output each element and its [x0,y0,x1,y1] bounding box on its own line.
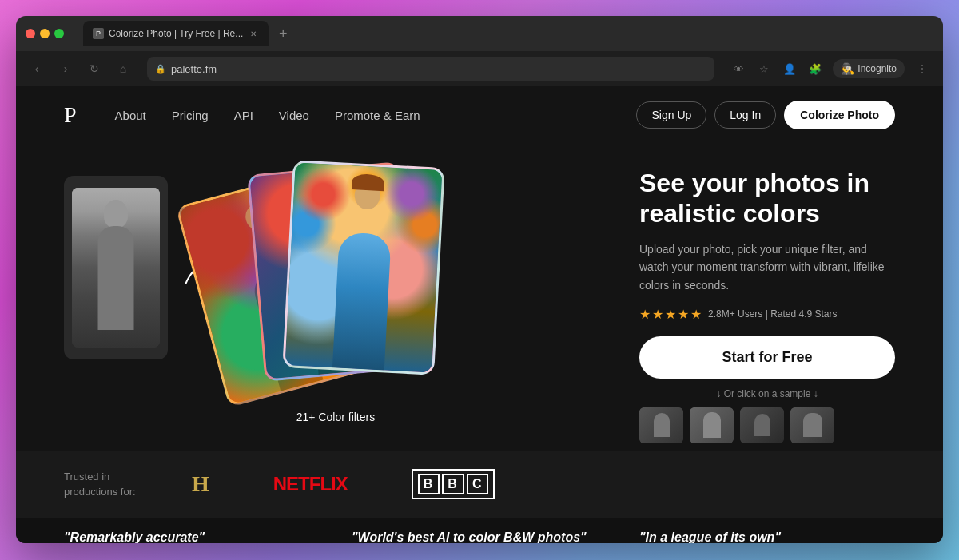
history-channel-logo: H [192,471,209,497]
hero-images: 21+ Color filters [64,160,607,415]
sample-image-2[interactable] [690,407,734,443]
nav-about[interactable]: About [115,109,146,122]
browser-tabs: P Colorize Photo | Try Free | Re... ✕ + [83,16,294,51]
browser-titlebar: P Colorize Photo | Try Free | Re... ✕ + [16,16,943,51]
trusted-text: Trusted inproductions for: [64,469,144,500]
new-tab-button[interactable]: + [272,22,294,45]
refresh-button[interactable]: ↻ [83,58,105,80]
netflix-logo: NETFLIX [273,473,348,495]
incognito-label: Incognito [858,63,897,74]
bbc-logo: B B C [412,469,495,499]
sample-image-4[interactable] [790,407,834,443]
bbc-b2: B [442,474,464,494]
sample-image-1[interactable] [639,407,683,443]
trusted-section: Trusted inproductions for: H NETFLIX B B… [16,451,943,518]
hero-section: 21+ Color filters See your photos in rea… [16,144,943,451]
rating-text: 2.8M+ Users | Rated 4.9 Stars [708,308,838,320]
sample-image-3[interactable] [740,407,784,443]
star-rating: ★★★★★ 2.8M+ Users | Rated 4.9 Stars [639,307,895,322]
address-bar[interactable]: 🔒 palette.fm [147,57,714,81]
more-options-button[interactable]: ⋮ [911,58,933,80]
maximize-button[interactable] [54,29,64,38]
back-button[interactable]: ‹ [26,58,48,80]
minimize-button[interactable] [40,29,50,38]
tab-title: Colorize Photo | Try Free | Re... [109,28,243,39]
bbc-c: C [467,474,489,494]
colorize-photo-button[interactable]: Colorize Photo [784,101,895,129]
nav-pricing[interactable]: Pricing [172,109,209,122]
nav-video[interactable]: Video [279,109,309,122]
hero-subtext: Upload your photo, pick your unique filt… [639,240,895,294]
tab-close-icon[interactable]: ✕ [248,28,259,39]
hero-heading: See your photos in realistic colors [639,168,895,229]
filters-label: 21+ Color filters [200,411,472,423]
incognito-badge: 🕵️ Incognito [833,59,905,78]
start-free-button[interactable]: Start for Free [639,336,895,379]
site-logo[interactable]: P [64,102,77,128]
bookmark-icon[interactable]: ☆ [753,58,775,80]
login-button[interactable]: Log In [714,101,776,129]
sample-label: ↓ Or click on a sample ↓ [639,388,895,399]
eye-off-icon: 👁 [727,58,750,80]
bbc-b1: B [418,474,440,494]
signup-button[interactable]: Sign Up [636,101,706,129]
quotes-section: "Remarkably accurate" "World's best AI t… [16,518,943,543]
active-tab[interactable]: P Colorize Photo | Try Free | Re... ✕ [83,21,269,46]
url-display: palette.fm [171,63,217,75]
color-card-main [282,160,444,375]
brand-logos: H NETFLIX B B C [192,469,495,499]
nav-links: About Pricing API Video Promote & Earn [115,109,637,122]
home-button[interactable]: ⌂ [112,58,134,80]
site-navigation: P About Pricing API Video Promote & Earn… [16,86,943,144]
quote-2: "World's best AI to color B&W photos" [352,530,607,543]
stars: ★★★★★ [639,307,703,322]
browser-window: P Colorize Photo | Try Free | Re... ✕ + … [16,16,943,543]
close-button[interactable] [26,29,35,38]
hero-text: See your photos in realistic colors Uplo… [639,160,895,443]
card-image-main [285,162,442,372]
bw-photo [72,188,160,348]
nav-promote[interactable]: Promote & Earn [335,109,420,122]
toolbar-icons: 👁 ☆ 👤 🧩 [727,58,826,80]
trusted-label: Trusted inproductions for: [64,471,136,498]
tab-favicon: P [93,28,104,39]
color-photo-cards: 21+ Color filters [200,160,472,399]
browser-toolbar: ‹ › ↻ ⌂ 🔒 palette.fm 👁 ☆ 👤 🧩 🕵️ Incognit… [16,51,943,86]
traffic-lights [26,29,64,38]
user-icon[interactable]: 👤 [778,58,801,80]
nav-api[interactable]: API [234,109,253,122]
sample-images [639,407,895,443]
website-content: P About Pricing API Video Promote & Earn… [16,86,943,543]
nav-actions: Sign Up Log In Colorize Photo [636,101,895,129]
extensions-icon[interactable]: 🧩 [804,58,826,80]
quote-3: "In a league of its own" [639,530,895,543]
bw-photo-card [64,176,168,359]
quote-1: "Remarkably accurate" [64,530,320,543]
forward-button[interactable]: › [54,58,77,80]
